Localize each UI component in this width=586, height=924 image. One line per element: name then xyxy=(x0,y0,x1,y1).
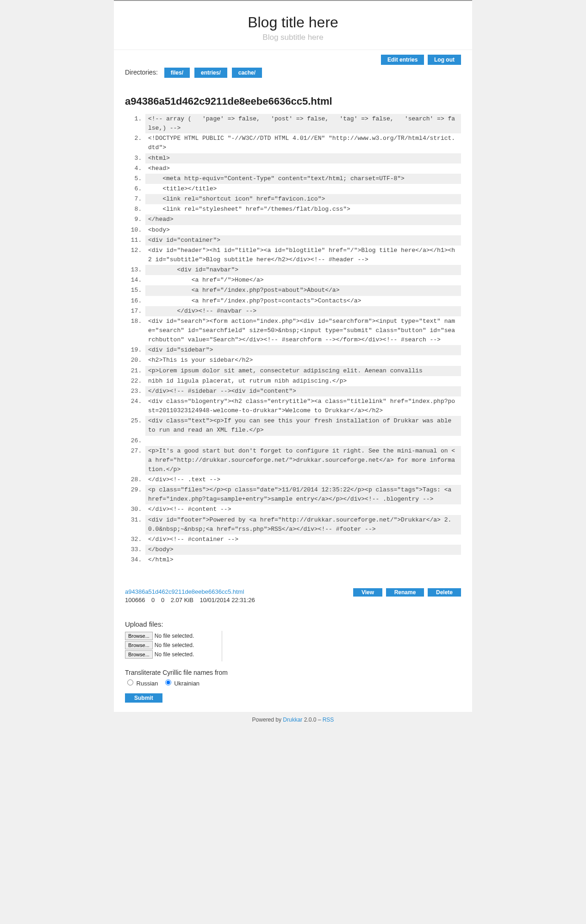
footer-drukkar-link[interactable]: Drukkar xyxy=(283,717,302,723)
translit-radio[interactable] xyxy=(127,679,133,685)
file-uid: 0 xyxy=(151,597,155,603)
content-area: a94386a51d462c9211de8eebe6636cc5.html <!… xyxy=(114,95,472,712)
topbar: Edit entries Log out xyxy=(114,50,472,65)
directories-label: Directories: xyxy=(125,69,158,76)
footer-rss-link[interactable]: RSS xyxy=(323,717,334,723)
code-line: <div id="container"> xyxy=(145,235,461,245)
edit-entries-button[interactable]: Edit entries xyxy=(381,55,424,65)
code-line: <div id="search"><form action="index.php… xyxy=(145,316,461,345)
code-line: </div><!-- #sidebar --><div id="content"… xyxy=(145,386,461,396)
submit-button[interactable]: Submit xyxy=(125,693,162,703)
code-line: <div id="sidebar"> xyxy=(145,345,461,355)
file-gid: 0 xyxy=(161,597,164,603)
code-line: <link rel="stylesheet" href="/themes/fla… xyxy=(145,204,461,214)
code-line: <title></title> xyxy=(145,184,461,194)
code-line: </div><!-- #content --> xyxy=(145,504,461,515)
code-line: <p>Lorem ipsum dolor sit amet, consectet… xyxy=(145,366,461,376)
footer: Powered by Drukkar 2.0.0 – RSS xyxy=(0,712,586,730)
upload-row: Browse...No file selected. xyxy=(125,632,194,640)
file-meta: 100666 0 0 2.07 KiB 10/01/2014 22:31:26 xyxy=(125,597,260,603)
code-line: <a href="/index.php?post=contacts">Conta… xyxy=(145,296,461,306)
blog-title: Blog title here xyxy=(114,14,472,31)
code-line: <head> xyxy=(145,163,461,174)
header: Blog title here Blog subtitle here xyxy=(114,1,472,50)
code-line: <div class="blogentry"><h2 class="entryt… xyxy=(145,396,461,416)
file-actions-row: a94386a51d462c9211de8eebe6636cc5.html 10… xyxy=(125,588,461,603)
code-line: </body> xyxy=(145,545,461,555)
page-container: Blog title here Blog subtitle here Edit … xyxy=(114,0,472,712)
code-line: <link rel="shortcut icon" href="favicon.… xyxy=(145,194,461,204)
code-line: nibh id ligula placerat, ut rutrum nibh … xyxy=(145,376,461,386)
code-line: <!-- array ( 'page' => false, 'post' => … xyxy=(145,114,461,133)
file-mode: 100666 xyxy=(125,597,145,603)
browse-button[interactable]: Browse... xyxy=(125,650,153,659)
code-line: <div id="header"><h1 id="title"><a id="b… xyxy=(145,245,461,265)
translit-radio[interactable] xyxy=(165,679,171,685)
blog-subtitle: Blog subtitle here xyxy=(114,33,472,42)
upload-row: Browse...No file selected. xyxy=(125,641,194,649)
code-line: <html> xyxy=(145,153,461,163)
upload-section: Upload files: Browse...No file selected.… xyxy=(125,620,461,661)
file-heading: a94386a51d462c9211de8eebe6636cc5.html xyxy=(125,95,461,107)
submit-row: Submit xyxy=(125,693,461,703)
rename-button[interactable]: Rename xyxy=(386,588,424,597)
code-line: <meta http-equiv="Content-Type" content=… xyxy=(145,174,461,184)
file-mtime: 10/01/2014 22:31:26 xyxy=(200,597,255,603)
code-line: <div class="text"><p>If you can see this… xyxy=(145,416,461,435)
footer-version: 2.0.0 – xyxy=(302,717,322,723)
translit-label: Transliterate Cyrillic file names from xyxy=(125,669,461,676)
delete-button[interactable]: Delete xyxy=(428,588,461,597)
code-line: </div><!-- .text --> xyxy=(145,475,461,485)
code-line: <a href="/">Home</a> xyxy=(145,275,461,285)
browse-button[interactable]: Browse... xyxy=(125,632,153,640)
directory-button[interactable]: cache/ xyxy=(232,68,262,78)
code-line: <h2>This is your sidebar</h2> xyxy=(145,355,461,365)
directory-button[interactable]: entries/ xyxy=(194,68,227,78)
code-line: </head> xyxy=(145,214,461,225)
code-line: </div><!-- #navbar --> xyxy=(145,306,461,316)
translit-option[interactable]: Russian xyxy=(125,680,158,687)
code-line: <a href="/index.php?post=about">About</a… xyxy=(145,285,461,295)
upload-rows: Browse...No file selected.Browse...No fi… xyxy=(125,631,222,661)
log-out-button[interactable]: Log out xyxy=(428,55,461,65)
code-line: <div id="navbar"> xyxy=(145,265,461,275)
file-info: a94386a51d462c9211de8eebe6636cc5.html 10… xyxy=(125,588,260,603)
translit-options: Russian Ukrainian xyxy=(125,678,461,687)
code-line: <!DOCTYPE HTML PUBLIC "-//W3C//DTD HTML … xyxy=(145,133,461,153)
view-button[interactable]: View xyxy=(353,588,382,597)
file-link[interactable]: a94386a51d462c9211de8eebe6636cc5.html xyxy=(125,588,244,595)
upload-row: Browse...No file selected. xyxy=(125,650,194,659)
code-listing: <!-- array ( 'page' => false, 'post' => … xyxy=(125,114,461,565)
code-line: <body> xyxy=(145,225,461,235)
footer-prefix: Powered by xyxy=(252,717,283,723)
browse-button[interactable]: Browse... xyxy=(125,641,153,649)
no-file-text: No file selected. xyxy=(155,642,194,648)
upload-heading: Upload files: xyxy=(125,620,461,628)
no-file-text: No file selected. xyxy=(155,651,194,658)
code-line: </div><!-- #container --> xyxy=(145,534,461,545)
code-line: <p class="files"></p><p class="date">11/… xyxy=(145,485,461,504)
code-line: </html> xyxy=(145,555,461,565)
code-line: <p>It's a good start but don't forget to… xyxy=(145,446,461,475)
directories-row: Directories: files/entries/cache/ xyxy=(114,65,472,82)
action-buttons: View Rename Delete xyxy=(351,588,461,597)
translit-section: Transliterate Cyrillic file names from R… xyxy=(125,669,461,687)
no-file-text: No file selected. xyxy=(155,633,194,639)
code-line xyxy=(145,436,461,446)
code-line: <div id="footer">Powered by <a href="htt… xyxy=(145,515,461,534)
directory-button[interactable]: files/ xyxy=(164,68,190,78)
translit-option[interactable]: Ukrainian xyxy=(163,680,200,687)
file-size: 2.07 KiB xyxy=(171,597,193,603)
